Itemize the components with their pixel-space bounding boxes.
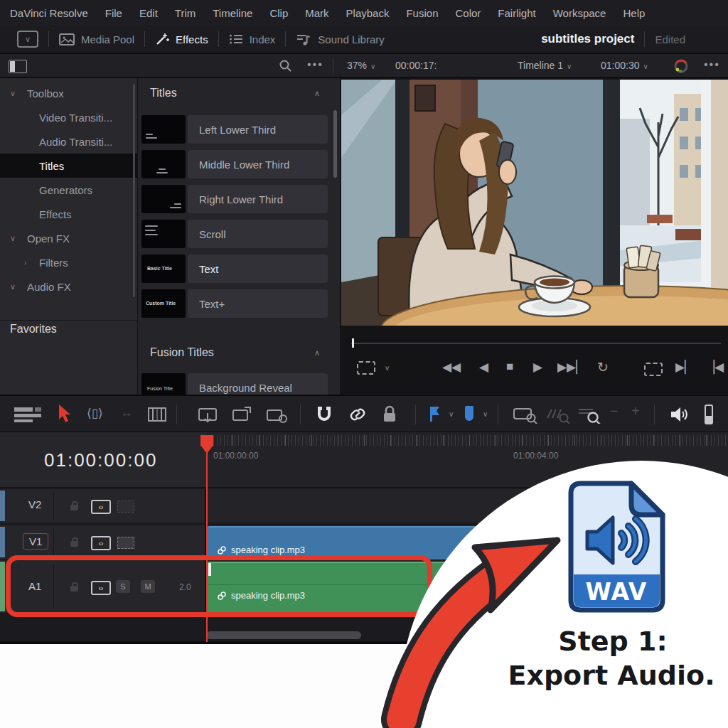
title-template-text-plus[interactable]: Custom Title Text+ bbox=[141, 289, 328, 318]
title-template-middle-lower-third[interactable]: Middle Lower Third bbox=[141, 150, 328, 178]
menu-mark[interactable]: Mark bbox=[305, 7, 328, 19]
track-label-v1[interactable]: V1 bbox=[23, 533, 48, 550]
title-template-left-lower-third[interactable]: Left Lower Third bbox=[141, 115, 328, 144]
panel-toggle-icon[interactable] bbox=[9, 60, 27, 73]
timeline-view-options-icon[interactable] bbox=[14, 406, 43, 423]
prev-edit-button[interactable]: ▕◀ bbox=[705, 360, 724, 375]
menu-fusion[interactable]: Fusion bbox=[406, 7, 438, 19]
viewer-mode-button[interactable]: ∨ bbox=[357, 361, 390, 375]
insert-clip-icon[interactable] bbox=[198, 406, 218, 424]
fusion-titles-header[interactable]: Fusion Titles bbox=[150, 346, 214, 359]
track-label-v2[interactable]: V2 bbox=[28, 498, 41, 510]
master-timecode-box: 01:00:00:00 bbox=[0, 432, 206, 488]
titles-panel: Titles ∧ Left Lower Third Middle Lower T… bbox=[137, 78, 340, 395]
selection-mode-cursor-icon[interactable] bbox=[57, 404, 71, 424]
link-clips-icon[interactable] bbox=[348, 405, 367, 424]
go-to-start-button[interactable]: ◀◀ bbox=[442, 360, 461, 375]
search-icon[interactable] bbox=[279, 59, 293, 73]
index-button[interactable]: Index bbox=[229, 33, 276, 46]
viewer-scrubber[interactable] bbox=[351, 343, 721, 344]
menu-trim[interactable]: Trim bbox=[175, 7, 196, 19]
track-lock-icon[interactable] bbox=[70, 505, 78, 510]
title-template-scroll[interactable]: Scroll bbox=[141, 220, 328, 248]
collapse-icon[interactable]: ∧ bbox=[314, 89, 320, 98]
sidebar-item-favorites[interactable]: Favorites bbox=[0, 317, 137, 341]
menu-app[interactable]: DaVinci Resolve bbox=[10, 7, 88, 19]
sound-library-button[interactable]: Sound Library bbox=[296, 33, 384, 46]
timeline-hscrollbar[interactable] bbox=[206, 631, 361, 639]
menu-edit[interactable]: Edit bbox=[139, 7, 158, 19]
sidebar-item-filters[interactable]: › Filters bbox=[0, 250, 137, 274]
position-lock-icon[interactable] bbox=[382, 405, 397, 424]
viewer-playhead[interactable] bbox=[352, 338, 354, 348]
title-template-right-lower-third[interactable]: Right Lower Third bbox=[141, 185, 328, 213]
mixer-icon[interactable] bbox=[704, 405, 714, 424]
sidebar-item-openfx[interactable]: ∨ Open FX bbox=[0, 226, 137, 250]
auto-select-icon[interactable]: ‹› bbox=[91, 500, 111, 514]
zoom-out-button[interactable]: − bbox=[610, 403, 619, 419]
marker-icon bbox=[464, 406, 475, 422]
collapse-icon[interactable]: ∧ bbox=[314, 348, 320, 358]
sidebar-item-titles[interactable]: Titles bbox=[0, 154, 137, 178]
next-edit-button[interactable]: ▶▏ bbox=[675, 360, 694, 375]
chevron-down-icon: ∨ bbox=[10, 89, 16, 98]
menu-timeline[interactable]: Timeline bbox=[213, 7, 252, 19]
loop-button[interactable]: ↻ bbox=[597, 359, 609, 375]
titles-header[interactable]: Titles bbox=[150, 87, 177, 100]
zoom-level-select[interactable]: 37%∨ bbox=[347, 60, 375, 71]
detail-zoom-icon[interactable] bbox=[546, 407, 570, 424]
flag-button[interactable]: ∨ bbox=[429, 406, 454, 422]
custom-zoom-icon[interactable] bbox=[577, 407, 601, 424]
workspace-toggle-icon[interactable]: ∨ bbox=[17, 31, 38, 48]
frame-view-icon[interactable] bbox=[117, 537, 134, 549]
sidebar-item-audiofx[interactable]: ∨ Audio FX bbox=[0, 274, 137, 299]
sound-library-icon bbox=[296, 33, 311, 46]
track-header-v1[interactable]: V1 ‹› bbox=[0, 525, 206, 559]
screenshot-root: DaVinci Resolve File Edit Trim Timeline … bbox=[0, 0, 728, 728]
color-management-icon[interactable] bbox=[673, 58, 690, 75]
menu-clip[interactable]: Clip bbox=[269, 7, 288, 19]
titles-scrollbar[interactable] bbox=[333, 110, 337, 178]
full-extent-zoom-icon[interactable] bbox=[513, 407, 537, 424]
title-template-text[interactable]: Basic Title Text bbox=[141, 255, 328, 283]
track-header-v2[interactable]: V2 ‹› bbox=[0, 489, 206, 523]
media-pool-button[interactable]: Media Pool bbox=[59, 33, 134, 46]
menu-fairlight[interactable]: Fairlight bbox=[498, 7, 535, 19]
auto-select-icon[interactable]: ‹› bbox=[91, 536, 111, 550]
sidebar-item-audio-transitions[interactable]: Audio Transiti... bbox=[0, 129, 137, 154]
options-menu-icon[interactable]: ••• bbox=[307, 58, 323, 71]
transport-controls: ∨ ◀◀ ◀ ■ ▶ ▶▶▏ ↻ ▶▏ ▕◀ bbox=[340, 351, 728, 391]
timeline-timecode[interactable]: 01:00:30∨ bbox=[601, 60, 648, 71]
menu-file[interactable]: File bbox=[105, 7, 122, 19]
timeline-select[interactable]: Timeline 1∨ bbox=[518, 60, 572, 71]
sidebar-item-generators[interactable]: Generators bbox=[0, 178, 137, 202]
track-lock-icon[interactable] bbox=[70, 541, 78, 547]
trim-edit-mode-icon[interactable]: ⟨▯⟩ bbox=[87, 406, 103, 421]
menu-playback[interactable]: Playback bbox=[346, 7, 390, 19]
play-button[interactable]: ▶ bbox=[533, 360, 542, 375]
dynamic-trim-mode-icon[interactable]: ↔ bbox=[121, 406, 133, 420]
sidebar-item-video-transitions[interactable]: Video Transiti... bbox=[0, 105, 137, 129]
audio-monitor-icon[interactable] bbox=[670, 405, 688, 424]
zoom-in-button[interactable]: + bbox=[631, 403, 640, 419]
replace-clip-icon[interactable] bbox=[266, 406, 287, 424]
stop-button[interactable]: ■ bbox=[506, 360, 513, 374]
frame-view-icon[interactable] bbox=[117, 500, 134, 513]
title-template-background-reveal[interactable]: Fusion Title Background Reveal bbox=[141, 373, 328, 395]
razor-edit-mode-icon[interactable] bbox=[148, 407, 166, 422]
overwrite-clip-icon[interactable] bbox=[232, 406, 252, 424]
go-to-end-button[interactable]: ▶▶▏ bbox=[557, 360, 585, 375]
sidebar-item-effects[interactable]: Effects bbox=[0, 202, 137, 226]
snapping-magnet-icon[interactable] bbox=[316, 405, 333, 424]
more-options-icon[interactable]: ••• bbox=[704, 58, 720, 71]
effects-button[interactable]: Effects bbox=[155, 32, 208, 46]
match-frame-icon[interactable] bbox=[644, 363, 663, 376]
marker-button[interactable]: ∨ bbox=[464, 406, 488, 422]
menu-help[interactable]: Help bbox=[623, 7, 645, 19]
sidebar-scrollbar[interactable] bbox=[133, 84, 135, 297]
menu-color[interactable]: Color bbox=[455, 7, 481, 19]
step-back-button[interactable]: ◀ bbox=[479, 360, 488, 375]
timeline-toolbar: ⟨▯⟩ ↔ ∨ ∨ − + bbox=[0, 395, 728, 432]
menu-workspace[interactable]: Workspace bbox=[553, 7, 606, 19]
sidebar-item-toolbox[interactable]: ∨ Toolbox bbox=[0, 81, 137, 105]
